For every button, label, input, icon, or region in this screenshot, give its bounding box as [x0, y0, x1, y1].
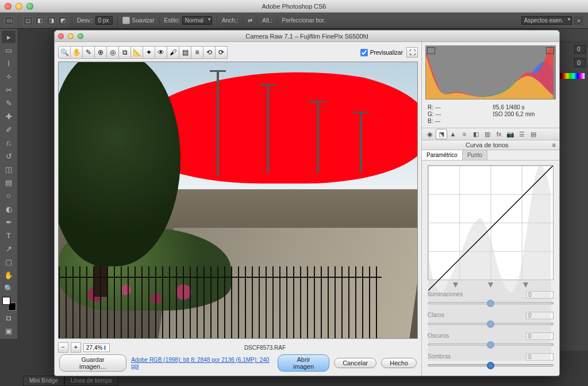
tone-curve-editor[interactable]	[428, 165, 554, 280]
cr-image-preview[interactable]	[58, 62, 418, 339]
done-button[interactable]: Hecho	[381, 358, 417, 368]
tab-parametric[interactable]: Paramétrico	[422, 150, 463, 160]
meta-b: B: ---	[428, 118, 489, 124]
cr-panel-tabs: ◉ ⬔ ▲ ≡ ◧ ▥ fx 📷 ☰ ▤	[422, 128, 559, 140]
meta-g: G: ---	[428, 111, 489, 117]
cr-minimize-icon[interactable]	[68, 33, 74, 39]
tab-timeline[interactable]: Línea de tiempo	[64, 376, 118, 386]
color-ramp[interactable]	[560, 73, 585, 79]
save-image-button[interactable]: Guardar imagen…	[59, 354, 126, 372]
tab-lens-icon[interactable]: ▥	[482, 129, 493, 139]
intersect-selection-icon[interactable]: ◩	[58, 16, 67, 25]
tab-fx-icon[interactable]: fx	[493, 129, 505, 139]
ps-titlebar: Adobe Photoshop CS6	[0, 0, 588, 13]
crop-tool[interactable]: ✂	[2, 83, 16, 96]
zoom-in-button[interactable]: +	[71, 342, 81, 353]
path-tool[interactable]: ↗	[2, 242, 16, 255]
cr-rotate-cw[interactable]: ⟳	[215, 46, 228, 59]
tab-camera-icon[interactable]: 📷	[505, 129, 516, 139]
slider-sombras-input[interactable]	[428, 361, 554, 369]
workspace-switcher[interactable]: Aspectos esen.	[521, 16, 572, 25]
tab-presets-icon[interactable]: ☰	[516, 129, 528, 139]
cr-wb-tool[interactable]: ✎	[82, 46, 95, 59]
cr-target-tool[interactable]: ◎	[106, 46, 119, 59]
cr-histogram[interactable]	[425, 45, 556, 100]
zoom-icon[interactable]	[26, 3, 33, 10]
dodge-tool[interactable]: ◐	[2, 202, 16, 215]
cr-rotate-ccw[interactable]: ⟲	[203, 46, 216, 59]
meta-aperture: f/5,6 1/480 s	[493, 104, 554, 110]
marquee-tool-icon[interactable]: ▭	[5, 16, 14, 25]
new-selection-icon[interactable]: ◻	[24, 16, 33, 25]
style-label: Estilo:	[164, 17, 180, 24]
blur-tool[interactable]: ○	[2, 189, 16, 202]
cr-prefs-tool[interactable]: ≡	[191, 46, 203, 59]
add-selection-icon[interactable]: ◧	[35, 16, 44, 25]
hand-tool[interactable]: ✋	[2, 269, 16, 281]
pen-tool[interactable]: ✒	[2, 216, 16, 228]
tab-hsl-icon[interactable]: ≡	[459, 129, 470, 139]
cr-adjust-brush[interactable]: 🖌	[167, 46, 179, 59]
tab-point[interactable]: Punto	[463, 150, 487, 160]
tab-split-icon[interactable]: ◧	[470, 129, 482, 139]
color-swatches[interactable]	[2, 297, 16, 311]
brush-tool[interactable]: ✐	[2, 123, 16, 136]
move-tool[interactable]: ▸	[2, 30, 16, 43]
cr-spot-tool[interactable]: ✦	[143, 46, 155, 59]
width-label: Anch.:	[222, 17, 238, 24]
foreground-swatch[interactable]	[2, 297, 10, 305]
cr-titlebar: Camera Raw 7.1 – Fujifilm FinePix S6500f…	[55, 30, 559, 42]
cr-close-icon[interactable]	[58, 33, 64, 39]
cr-preview-checkbox[interactable]	[360, 49, 368, 56]
gradient-tool[interactable]: ▤	[2, 176, 16, 189]
panel-value-1[interactable]: 0	[574, 58, 586, 67]
antialias-checkbox[interactable]	[122, 17, 130, 24]
search-icon[interactable]: »	[574, 16, 583, 25]
shape-tool[interactable]: ▢	[2, 255, 16, 268]
lasso-tool[interactable]: ⌇	[2, 57, 16, 70]
panel-value-0[interactable]: 0	[574, 45, 586, 53]
history-brush-tool[interactable]: ↺	[2, 150, 16, 162]
eyedropper-tool[interactable]: ✎	[2, 97, 16, 109]
close-icon[interactable]	[5, 3, 11, 10]
shadow-clip-toggle[interactable]	[427, 47, 435, 54]
zoom-level[interactable]: 27,4% ▲▼	[83, 343, 110, 352]
swap-icon[interactable]: ⇄	[248, 17, 252, 24]
zoom-tool[interactable]: 🔍	[2, 282, 16, 295]
cr-gradient-tool[interactable]: ▤	[179, 46, 191, 59]
eraser-tool[interactable]: ◫	[2, 163, 16, 175]
cr-redeye-tool[interactable]: 👁	[155, 46, 167, 59]
cr-straighten-tool[interactable]: 📐	[130, 46, 143, 59]
open-image-button[interactable]: Abrir imagen	[278, 354, 329, 372]
zoom-out-button[interactable]: −	[58, 342, 68, 353]
refine-edge-button[interactable]: Perfeccionar bor.	[282, 17, 326, 24]
cr-preview-toggle[interactable]: Previsualizar	[360, 49, 403, 56]
healing-tool[interactable]: ✚	[2, 110, 16, 123]
tab-curve-icon[interactable]: ⬔	[436, 129, 447, 139]
style-dropdown[interactable]: Normal	[182, 16, 212, 25]
tab-mini-bridge[interactable]: Mini Bridge	[23, 376, 64, 386]
cancel-button[interactable]: Cancelar	[334, 358, 376, 368]
cr-crop-tool[interactable]: ⧉	[118, 46, 131, 59]
subtract-selection-icon[interactable]: ◨	[47, 16, 56, 25]
cr-sampler-tool[interactable]: ⊕	[94, 46, 107, 59]
type-tool[interactable]: T	[2, 229, 16, 242]
feather-value[interactable]: 0 px	[95, 16, 113, 25]
screen-mode[interactable]: ▣	[2, 324, 16, 337]
cr-zoom-tool[interactable]: 🔍	[58, 46, 71, 59]
marquee-tool[interactable]: ▭	[2, 44, 16, 56]
stamp-tool[interactable]: ⎌	[2, 136, 16, 149]
tab-detail-icon[interactable]: ▲	[447, 129, 459, 139]
quick-mask[interactable]: ◘	[2, 311, 16, 324]
highlight-clip-toggle[interactable]	[546, 47, 554, 54]
wand-tool[interactable]: ✧	[2, 70, 16, 83]
workflow-link[interactable]: Adobe RGB (1998); bit 8; 2848 por 2136 (…	[131, 357, 273, 369]
cr-fullscreen-button[interactable]: ⛶	[406, 47, 418, 58]
panel-title: Curva de tonos ≡	[422, 140, 559, 150]
cr-zoom-icon[interactable]	[78, 33, 83, 39]
filename-label: DSCF8573.RAF	[112, 345, 418, 351]
minimize-icon[interactable]	[16, 3, 22, 10]
tab-snapshot-icon[interactable]: ▤	[528, 129, 539, 139]
tab-basic-icon[interactable]: ◉	[424, 129, 436, 139]
cr-hand-tool[interactable]: ✋	[70, 46, 83, 59]
